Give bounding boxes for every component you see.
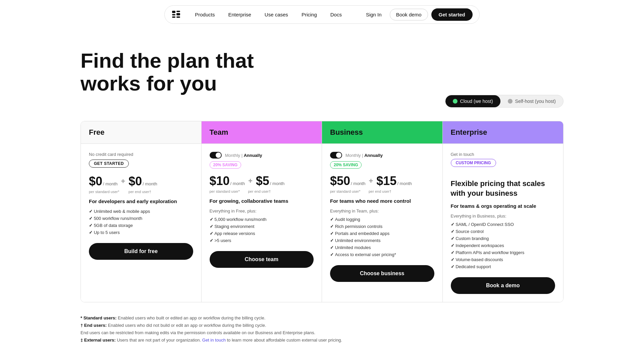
enterprise-get-in-touch: Get in touch	[451, 152, 555, 157]
team-feature-3: App release versions	[210, 231, 314, 236]
footnote-end-users-2: End users can be restricted from making …	[80, 329, 564, 337]
cloud-dot	[453, 99, 458, 104]
business-price2-unit: / month	[397, 181, 412, 186]
enterprise-plan-header: Enterprise	[443, 121, 564, 143]
nav-link-pricing[interactable]: Pricing	[296, 9, 323, 20]
svg-rect-1	[172, 14, 175, 15]
business-switch-knob	[336, 153, 341, 158]
business-features: Audit logging Rich permission controls P…	[330, 217, 434, 257]
team-feature-2: Staging environment	[210, 224, 314, 229]
business-price2-block: $15 / month	[376, 174, 412, 188]
sign-in-link[interactable]: Sign In	[361, 9, 386, 20]
team-billing-toggle: Monthly | Annually	[210, 152, 314, 159]
free-features: Unlimited web & mobile apps 500 workflow…	[89, 209, 193, 235]
pricing-grid: Free Team Business Enterprise No credit …	[80, 121, 564, 302]
free-plan-header: Free	[81, 121, 202, 143]
selfhost-dot	[508, 99, 513, 104]
free-price1-block: $0 / month	[89, 174, 117, 188]
team-price2: $5	[256, 174, 269, 188]
free-tagline: For developers and early exploration	[89, 198, 193, 204]
footnote-standard-users: * Standard users: Enabled users who buil…	[80, 314, 564, 322]
team-billing-label: Monthly | Annually	[225, 153, 262, 158]
enterprise-includes: Everything in Business, plus:	[451, 214, 555, 219]
enterprise-feature-2: Source control	[451, 229, 555, 234]
team-price1-unit: / month	[230, 181, 245, 186]
business-price-row: $50 / month + $15 / month	[330, 174, 434, 188]
get-in-touch-link[interactable]: Get in touch	[202, 338, 226, 343]
nav-container: Products Enterprise Use cases Pricing Do…	[164, 5, 479, 24]
get-started-button[interactable]: Get started	[431, 8, 473, 21]
team-price1-block: $10 / month	[210, 174, 245, 188]
business-price1: $50	[330, 174, 350, 188]
business-price-sub: per standard user* per end user†	[330, 189, 434, 193]
enterprise-feature-6: Volume-based discounts	[451, 257, 555, 262]
enterprise-feature-4: Independent workspaces	[451, 243, 555, 248]
hosting-toggle-row: Cloud (we host) Self-host (you host)	[0, 95, 644, 108]
navbar: Products Enterprise Use cases Pricing Do…	[0, 0, 644, 29]
svg-rect-3	[176, 11, 180, 12]
nav-link-enterprise[interactable]: Enterprise	[222, 9, 257, 20]
free-price-plus: +	[121, 177, 125, 186]
enterprise-tagline: For teams & orgs operating at scale	[451, 203, 555, 209]
team-feature-4: >5 users	[210, 238, 314, 243]
enterprise-flexible-text: Flexible pricing that scales with your b…	[451, 179, 555, 198]
svg-rect-4	[176, 13, 180, 15]
team-price-row: $10 / month + $5 / month	[210, 174, 314, 188]
pricing-section: Free Team Business Enterprise No credit …	[0, 108, 644, 309]
free-cta-button[interactable]: Build for free	[89, 243, 193, 260]
nav-links: Products Enterprise Use cases Pricing Do…	[189, 9, 348, 20]
team-price-sub: per standard user* per end user†	[210, 189, 314, 193]
nav-link-docs[interactable]: Docs	[324, 9, 348, 20]
free-price2-unit: / month	[143, 181, 157, 186]
custom-pricing-badge: CUSTOM PRICING	[451, 159, 496, 167]
cloud-option[interactable]: Cloud (we host)	[445, 95, 500, 107]
business-cta-button[interactable]: Choose business	[330, 265, 434, 282]
free-price2-block: $0 / month	[128, 174, 157, 188]
business-price-plus: +	[369, 177, 373, 185]
team-price2-unit: / month	[270, 181, 284, 186]
business-billing-switch[interactable]	[330, 152, 342, 159]
team-billing-switch[interactable]	[210, 152, 222, 159]
team-plan-header: Team	[202, 121, 322, 143]
book-demo-button[interactable]: Book demo	[390, 9, 428, 20]
team-feature-1: 5,000 workflow runs/month	[210, 217, 314, 222]
business-plan-header: Business	[322, 121, 443, 143]
business-feature-2: Rich permission controls	[330, 224, 434, 229]
footnote-external-users: ‡ External users: Users that are not par…	[80, 337, 564, 344]
enterprise-feature-5: Platform APIs and workflow triggers	[451, 250, 555, 255]
business-plan-body: Monthly | Annually 20% SAVING $50 / mont…	[322, 143, 443, 302]
team-switch-knob	[216, 153, 221, 158]
team-cta-button[interactable]: Choose team	[210, 251, 314, 268]
team-price-plus: +	[248, 177, 253, 185]
team-price1: $10	[210, 174, 230, 188]
nav-actions: Sign In Book demo Get started	[361, 8, 473, 21]
team-tagline: For growing, collaborative teams	[210, 198, 314, 204]
svg-rect-2	[172, 16, 175, 18]
team-price2-block: $5 / month	[256, 174, 284, 188]
footnote-end-users: † End users: Enabled users who did not b…	[80, 322, 564, 329]
free-price1: $0	[89, 174, 102, 188]
team-includes: Everything in Free, plus:	[210, 208, 314, 214]
team-features: 5,000 workflow runs/month Staging enviro…	[210, 217, 314, 243]
business-price1-block: $50 / month	[330, 174, 365, 188]
svg-rect-0	[172, 11, 175, 13]
free-price2: $0	[128, 174, 142, 188]
nav-link-usecases[interactable]: Use cases	[259, 9, 294, 20]
cloud-label: Cloud (we host)	[460, 99, 493, 104]
logo[interactable]	[171, 9, 181, 20]
enterprise-features: SAML / OpenID Connect SSO Source control…	[451, 222, 555, 269]
free-feature-4: Up to 5 users	[89, 230, 193, 235]
business-billing-toggle: Monthly | Annually	[330, 152, 434, 159]
selfhost-option[interactable]: Self-host (you host)	[500, 95, 563, 107]
team-plan-body: Monthly | Annually 20% SAVING $10 / mont…	[202, 143, 322, 302]
hosting-toggle[interactable]: Cloud (we host) Self-host (you host)	[445, 95, 564, 108]
nav-link-products[interactable]: Products	[189, 9, 221, 20]
selfhost-label: Self-host (you host)	[515, 99, 556, 104]
enterprise-cta-button[interactable]: Book a demo	[451, 277, 555, 294]
free-plan-body: No credit card required GET STARTED $0 /…	[81, 143, 202, 302]
business-feature-3: Portals and embedded apps	[330, 231, 434, 236]
free-get-started-badge: GET STARTED	[89, 160, 129, 168]
hero-title: Find the plan that works for you	[80, 49, 322, 95]
svg-rect-5	[176, 16, 180, 18]
free-price-row: $0 / month + $0 / month	[89, 174, 193, 188]
